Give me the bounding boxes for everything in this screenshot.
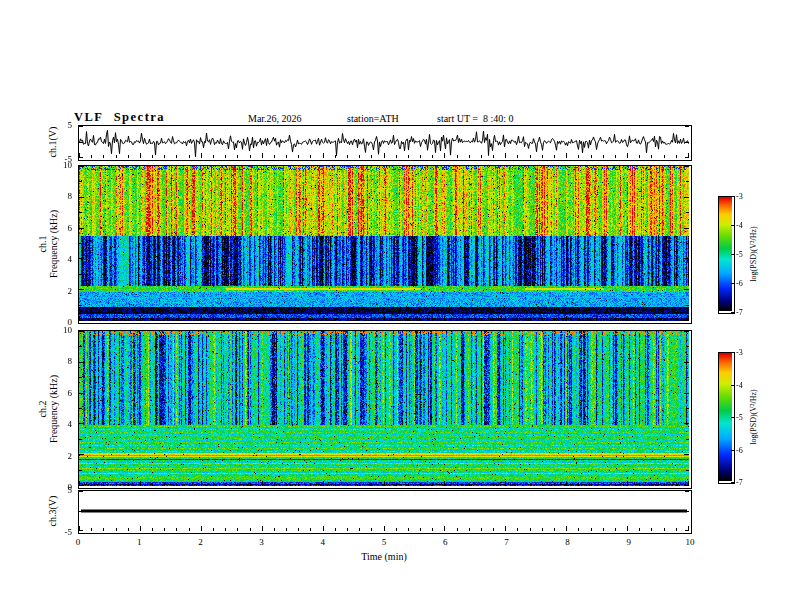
colorbar-tick-mark [731, 283, 734, 284]
y-tick-mark [79, 258, 84, 259]
y-tick-mark [684, 228, 689, 229]
x-tick-mark [457, 528, 458, 531]
x-tick-mark [469, 483, 470, 486]
y-tick-mark [79, 331, 84, 332]
y-tick-mark [685, 511, 689, 512]
x-tick-mark [481, 318, 482, 321]
y-tick-mark [684, 362, 689, 363]
y-tick-mark [79, 320, 84, 321]
x-tick-mark [396, 155, 397, 158]
volt-tick-label: 5 [50, 120, 72, 130]
x-tick-mark [91, 318, 92, 321]
x-tick-mark [298, 318, 299, 321]
y-tick-mark [686, 470, 689, 471]
x-tick-mark [627, 526, 628, 531]
x-tick-mark [627, 153, 628, 158]
y-tick-mark [79, 511, 83, 512]
x-tick-mark [250, 483, 251, 486]
x-tick-mark [469, 155, 470, 158]
y-tick-mark [79, 362, 84, 363]
x-tick-mark [396, 318, 397, 321]
x-tick-label: 9 [619, 537, 639, 547]
x-tick-mark [164, 528, 165, 531]
colorbar-ch1 [718, 196, 735, 314]
x-tick-mark [164, 483, 165, 486]
ch2-channel-label: ch.2 [37, 375, 48, 443]
x-tick-mark [457, 318, 458, 321]
x-tick-mark [152, 528, 153, 531]
x-tick-mark [603, 528, 604, 531]
x-tick-mark [237, 155, 238, 158]
x-tick-mark [517, 528, 518, 531]
y-tick-mark [79, 274, 82, 275]
x-tick-mark [189, 155, 190, 158]
figure-date: Mar.26, 2026 [248, 113, 302, 124]
x-tick-mark [384, 316, 385, 321]
x-tick-mark [103, 483, 104, 486]
figure-station: station=ATH [347, 113, 399, 124]
y-tick-mark [684, 393, 689, 394]
x-tick-mark [651, 155, 652, 158]
x-tick-mark [298, 483, 299, 486]
x-tick-mark [627, 316, 628, 321]
x-tick-label: 0 [68, 537, 88, 547]
ch2-frequency-axis-label: Frequency (kHz) [48, 375, 59, 443]
x-tick-mark [664, 528, 665, 531]
x-tick-mark [103, 155, 104, 158]
x-tick-mark [176, 528, 177, 531]
y-tick-mark [684, 197, 689, 198]
x-tick-mark [262, 316, 263, 321]
freq-tick-label: 2 [54, 286, 72, 296]
colorbar-tick-label: -4 [736, 381, 743, 390]
x-tick-mark [603, 155, 604, 158]
x-tick-mark [408, 155, 409, 158]
x-tick-mark [213, 528, 214, 531]
y-tick-mark [684, 423, 689, 424]
x-tick-mark [615, 528, 616, 531]
x-tick-mark [676, 483, 677, 486]
ch1-channel-label: ch.1 [37, 210, 48, 278]
figure-title: VLF Spectra [74, 110, 165, 125]
ch1-spectrogram-panel [78, 165, 692, 324]
x-tick-mark [396, 528, 397, 531]
y-tick-mark [79, 289, 84, 290]
x-tick-mark [554, 528, 555, 531]
x-tick-mark [676, 528, 677, 531]
x-tick-mark [578, 155, 579, 158]
x-tick-mark [469, 528, 470, 531]
colorbar-tick-mark [731, 352, 734, 353]
x-tick-mark [603, 483, 604, 486]
x-tick-label: 6 [435, 537, 455, 547]
x-tick-mark [347, 318, 348, 321]
x-tick-mark [128, 483, 129, 486]
x-tick-mark [274, 318, 275, 321]
x-tick-mark [176, 155, 177, 158]
x-tick-mark [176, 318, 177, 321]
colorbar-tick-mark [731, 254, 734, 255]
x-tick-mark [152, 155, 153, 158]
freq-tick-label: 4 [54, 419, 72, 429]
x-tick-mark [237, 483, 238, 486]
x-tick-mark [371, 318, 372, 321]
y-tick-mark [686, 212, 689, 213]
colorbar-tick-mark [731, 385, 734, 386]
x-tick-mark [286, 318, 287, 321]
x-tick-mark [408, 483, 409, 486]
x-tick-mark [189, 318, 190, 321]
y-tick-mark [686, 439, 689, 440]
x-tick-mark [213, 155, 214, 158]
x-tick-mark [335, 318, 336, 321]
volt-tick-label: -5 [50, 154, 72, 164]
x-tick-mark [578, 528, 579, 531]
colorbar-tick-label: -5 [736, 413, 743, 422]
x-tick-mark [566, 526, 567, 531]
figure-start-ut: start UT = 8 :40: 0 [437, 113, 514, 124]
x-tick-mark [335, 528, 336, 531]
x-tick-mark [274, 155, 275, 158]
x-tick-mark [250, 155, 251, 158]
x-tick-mark [262, 526, 263, 531]
colorbar-tick-mark [731, 482, 734, 483]
x-tick-label: 3 [252, 537, 272, 547]
x-tick-mark [189, 483, 190, 486]
colorbar-tick-mark [731, 196, 734, 197]
